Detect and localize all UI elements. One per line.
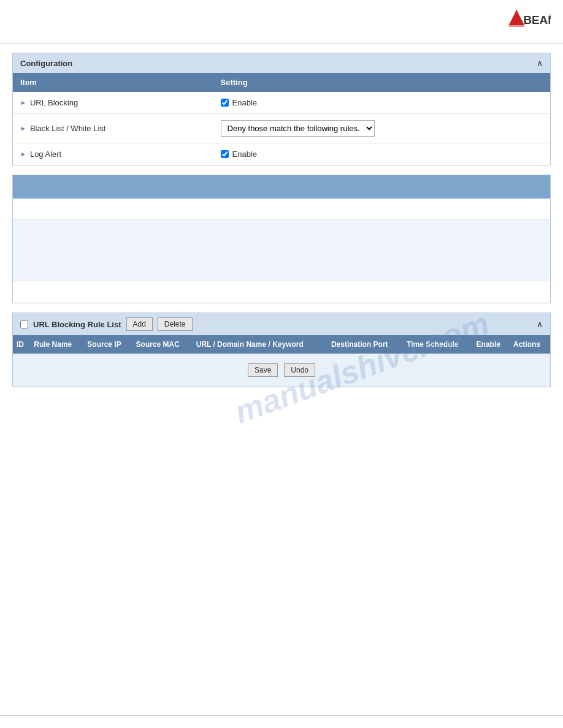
- url-blocking-checkbox[interactable]: [221, 99, 229, 107]
- item-label: ► URL Blocking: [20, 98, 206, 107]
- item-label: ► Log Alert: [20, 150, 206, 159]
- rule-list-collapse-icon: ∧: [537, 319, 543, 329]
- item-cell: ► URL Blocking: [13, 92, 213, 114]
- config-panel-title: Configuration: [20, 59, 72, 68]
- arrow-icon: ►: [20, 99, 26, 106]
- rule-list-panel: URL Blocking Rule List Add Delete ∧ ID R…: [12, 313, 551, 387]
- setting-cell: Enable: [213, 92, 550, 114]
- config-col-item: Item: [13, 73, 213, 92]
- rule-list-checkbox[interactable]: [20, 320, 28, 328]
- col-enable: Enable: [473, 335, 510, 354]
- col-source-ip: Source IP: [83, 335, 132, 354]
- item-cell: ► Black List / White List: [13, 114, 213, 143]
- url-blocking-enable-label[interactable]: Enable: [221, 98, 543, 107]
- main-content: manualshive.com Configuration ∧ Item Set…: [0, 44, 563, 406]
- second-panel-body: [13, 220, 550, 281]
- blacklist-whitelist-select[interactable]: Deny those match the following rules.All…: [221, 120, 375, 137]
- rule-table-header-row: ID Rule Name Source IP Source MAC URL / …: [13, 335, 550, 354]
- config-collapse-icon: ∧: [537, 58, 543, 68]
- arrow-icon: ►: [20, 151, 26, 157]
- url-blocking-enable-text: Enable: [232, 98, 257, 107]
- table-row: Save Undo: [13, 354, 550, 387]
- empty-row-cell: Save Undo: [13, 354, 550, 387]
- second-panel-footer: [13, 281, 550, 303]
- col-url: URL / Domain Name / Keyword: [193, 335, 327, 354]
- add-button[interactable]: Add: [126, 317, 153, 331]
- page-wrapper: BEAM ® manualshive.com Configuration ∧ I…: [0, 0, 563, 728]
- config-panel-header[interactable]: Configuration ∧: [13, 53, 550, 73]
- table-row: ► URL Blocking Enable: [13, 92, 550, 114]
- config-col-setting: Setting: [213, 73, 550, 92]
- delete-button[interactable]: Delete: [158, 317, 193, 331]
- beam-logo: BEAM ®: [477, 6, 551, 37]
- item-cell: ► Log Alert: [13, 143, 213, 165]
- item-text: Log Alert: [30, 150, 61, 159]
- log-alert-enable-label[interactable]: Enable: [221, 150, 543, 159]
- table-row: ► Log Alert Enable: [13, 143, 550, 165]
- log-alert-enable-text: Enable: [232, 150, 257, 159]
- item-text: URL Blocking: [30, 98, 78, 107]
- log-alert-checkbox[interactable]: [221, 150, 229, 158]
- save-button[interactable]: Save: [248, 363, 278, 377]
- config-table-header-row: Item Setting: [13, 73, 550, 92]
- buttons-row: Save Undo: [17, 358, 546, 382]
- rule-list-header: URL Blocking Rule List Add Delete ∧: [13, 313, 550, 335]
- col-time-schedule: Time Schedule: [403, 335, 473, 354]
- svg-text:BEAM: BEAM: [523, 13, 551, 26]
- item-label: ► Black List / White List: [20, 124, 206, 133]
- item-text: Black List / White List: [30, 124, 106, 133]
- second-panel: [12, 175, 551, 303]
- rule-list-header-left: URL Blocking Rule List Add Delete: [20, 317, 193, 331]
- col-source-mac: Source MAC: [132, 335, 193, 354]
- table-row: ► Black List / White List Deny those mat…: [13, 114, 550, 143]
- arrow-icon: ►: [20, 125, 26, 132]
- setting-cell: Deny those match the following rules.All…: [213, 114, 550, 143]
- col-id: ID: [13, 335, 30, 354]
- second-panel-header: [13, 175, 550, 199]
- svg-text:®: ®: [549, 14, 551, 18]
- rule-list-title: URL Blocking Rule List: [33, 320, 121, 329]
- config-table: Item Setting ► URL Blocking: [13, 73, 550, 165]
- header: BEAM ®: [0, 0, 563, 44]
- col-actions: Actions: [510, 335, 550, 354]
- rule-table: ID Rule Name Source IP Source MAC URL / …: [13, 335, 550, 387]
- col-rule-name: Rule Name: [30, 335, 83, 354]
- col-dest-port: Destination Port: [327, 335, 403, 354]
- footer-line: [0, 715, 563, 716]
- undo-button[interactable]: Undo: [284, 363, 315, 377]
- config-panel: Configuration ∧ Item Setting ►: [12, 53, 551, 165]
- setting-cell: Enable: [213, 143, 550, 165]
- second-panel-row1: [13, 199, 550, 220]
- logo-area: BEAM ®: [477, 6, 551, 37]
